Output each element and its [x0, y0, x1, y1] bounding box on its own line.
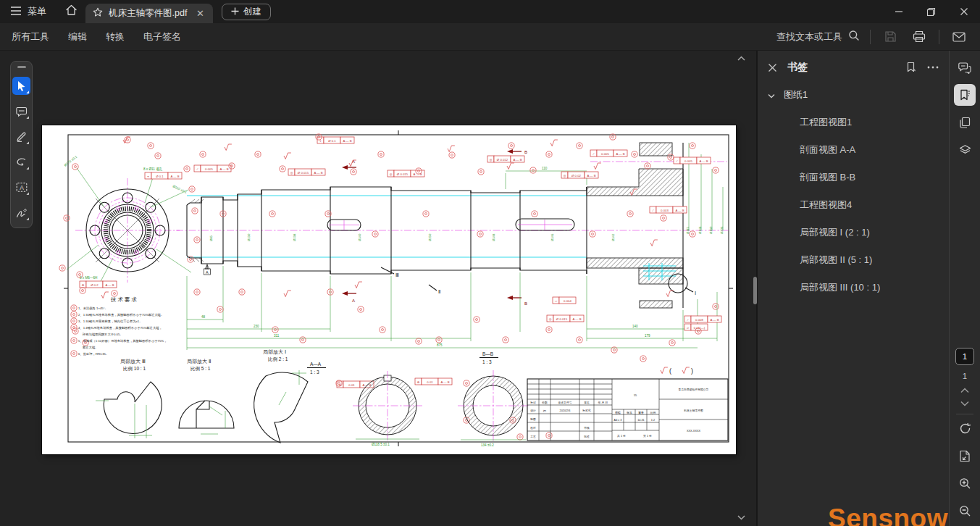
- rotate-page-button[interactable]: [954, 417, 976, 439]
- scroll-up-button[interactable]: [734, 52, 747, 64]
- create-button[interactable]: 创建: [222, 4, 271, 20]
- add-bookmark-icon[interactable]: [905, 62, 917, 73]
- comment-tool-button[interactable]: [12, 102, 30, 120]
- page-thumbnails-button[interactable]: [954, 112, 976, 133]
- svg-text:标准化: 标准化: [582, 409, 591, 412]
- bookmark-item[interactable]: 工程图视图1: [758, 109, 949, 136]
- svg-text:Ø148: Ø148: [698, 226, 702, 234]
- scroll-down-button[interactable]: [734, 512, 747, 523]
- restore-button[interactable]: [915, 0, 947, 23]
- bookmark-icon: [959, 89, 971, 101]
- rail-divider: [956, 414, 973, 414]
- svg-text:靠近大端。: 靠近大端。: [83, 346, 98, 349]
- bookmark-item[interactable]: 局部视图 III (10 : 1): [758, 274, 949, 301]
- section-bb: B—B 1 : 3 134 ±0.2: [458, 351, 529, 447]
- svg-text:◎: ◎: [549, 317, 552, 321]
- minimize-button[interactable]: [882, 0, 915, 23]
- fit-page-button[interactable]: [954, 445, 976, 467]
- zoom-out-button[interactable]: [954, 500, 976, 522]
- menu-button[interactable]: 菜单: [0, 0, 56, 23]
- svg-text:A — B: A — B: [699, 159, 708, 163]
- plus-icon: [231, 7, 239, 17]
- rotate-icon: [959, 422, 971, 435]
- draw-tool-button[interactable]: [12, 153, 30, 171]
- svg-text:A — B: A — B: [675, 209, 684, 212]
- search-tools-button[interactable]: 查找文本或工具: [776, 30, 860, 43]
- zoom-in-button[interactable]: [954, 472, 976, 494]
- bookmarks-panel-button[interactable]: [954, 84, 976, 106]
- previous-page-button[interactable]: [960, 388, 969, 393]
- svg-text:0.008: 0.008: [695, 318, 703, 322]
- bookmark-item[interactable]: 剖面视图 B-B: [758, 164, 949, 191]
- document-viewport[interactable]: Ø170 ±0.1 Ø110 ±0.1 8 x Ø11 通孔 8 x M6—6H: [0, 51, 757, 526]
- tb-material: 55: [634, 394, 637, 397]
- bookmark-item[interactable]: 剖面视图 A-A: [758, 136, 949, 164]
- convert-menu[interactable]: 转换: [106, 30, 125, 43]
- svg-text:B—B: B—B: [482, 351, 493, 356]
- bookmark-root-label: 图纸1: [784, 88, 808, 101]
- main-toolbar: 所有工具 编辑 转换 电子签名 查找文本或工具: [0, 23, 980, 51]
- svg-text:): ): [691, 367, 693, 375]
- all-tools-menu[interactable]: 所有工具: [12, 30, 49, 43]
- bookmark-root-item[interactable]: 图纸1: [758, 81, 949, 109]
- svg-text:0.005: 0.005: [205, 167, 213, 171]
- side-icon-rail: 1 1: [949, 51, 980, 526]
- email-button[interactable]: [950, 28, 968, 46]
- close-window-button[interactable]: [947, 0, 980, 23]
- page-navigation: 1 1: [954, 348, 976, 522]
- sign-tool-button[interactable]: [12, 204, 30, 222]
- edit-menu[interactable]: 编辑: [68, 30, 87, 43]
- svg-text:◎: ◎: [290, 171, 293, 175]
- esign-menu[interactable]: 电子签名: [143, 30, 181, 43]
- next-page-button[interactable]: [960, 401, 969, 406]
- svg-text:Ø 0.1: Ø 0.1: [156, 175, 164, 178]
- side-view: Ⅲ Ⅱ Ⅰ A A B B: [176, 143, 730, 308]
- svg-text:A — B: A — B: [343, 139, 351, 143]
- more-options-icon[interactable]: [927, 66, 939, 69]
- svg-text:重量: 重量: [638, 411, 644, 414]
- cad-drawing: Ø170 ±0.1 Ø110 ±0.1 8 x Ø11 通孔 8 x M6—6H: [42, 125, 736, 454]
- document-tab[interactable]: 机床主轴零件图.pdf ✕: [85, 4, 213, 23]
- dim-aa: Ø118.5 ±0.1: [372, 443, 390, 446]
- svg-text:◎: ◎: [490, 158, 493, 162]
- svg-text:Ø 0.02: Ø 0.02: [571, 174, 582, 178]
- svg-text:A — B: A — B: [440, 380, 449, 384]
- svg-text:0.004: 0.004: [564, 299, 571, 303]
- section-cut: [587, 143, 687, 308]
- svg-text:A: A: [206, 270, 209, 275]
- pdf-page[interactable]: Ø170 ±0.1 Ø110 ±0.1 8 x Ø11 通孔 8 x M6—6H: [42, 125, 736, 454]
- search-icon: [848, 30, 860, 43]
- highlight-tool-button[interactable]: [12, 128, 30, 146]
- layers-panel-button[interactable]: [954, 139, 976, 161]
- svg-text:第 1 张: 第 1 张: [643, 434, 652, 438]
- menu-label: 菜单: [28, 5, 46, 18]
- current-page-input[interactable]: 1: [955, 348, 974, 365]
- tap-callout: 8 x M6—6H: [80, 276, 97, 280]
- print-button[interactable]: [910, 28, 929, 46]
- pages-icon: [959, 117, 971, 129]
- bookmark-item[interactable]: 局部视图 II (5 : 1): [758, 246, 949, 274]
- svg-text:A — B: A — B: [314, 171, 322, 175]
- save-button[interactable]: [881, 28, 900, 46]
- svg-text:共 1 张: 共 1 张: [617, 434, 626, 438]
- svg-text:Ø 0.015: Ø 0.015: [556, 317, 568, 321]
- tb-part-name: 机床主轴零件图: [683, 409, 703, 412]
- home-button[interactable]: [56, 0, 85, 23]
- close-panel-icon[interactable]: [768, 63, 777, 72]
- svg-text:局部放大 Ⅰ: 局部放大 Ⅰ: [263, 349, 286, 355]
- svg-text:A — B: A — B: [616, 152, 624, 156]
- svg-text:设计: 设计: [530, 409, 536, 412]
- svg-text:比例 2 : 1: 比例 2 : 1: [268, 356, 288, 362]
- svg-text:B: B: [524, 150, 527, 154]
- select-tool-button[interactable]: [12, 77, 30, 95]
- bookmark-item[interactable]: 工程图视图4: [758, 191, 949, 219]
- svg-text:Ø 0.015: Ø 0.015: [298, 171, 309, 175]
- rail-drag-handle[interactable]: [17, 66, 26, 68]
- panel-resize-grip[interactable]: [753, 277, 757, 304]
- tab-close-icon[interactable]: ✕: [195, 8, 206, 19]
- dim-bb: 134 ±0.2: [481, 443, 494, 447]
- comments-panel-button[interactable]: [954, 57, 976, 78]
- toolbar-divider: [870, 30, 871, 44]
- edit-text-tool-button[interactable]: A: [12, 178, 30, 196]
- bookmark-item[interactable]: 局部视图 I (2 : 1): [758, 219, 949, 246]
